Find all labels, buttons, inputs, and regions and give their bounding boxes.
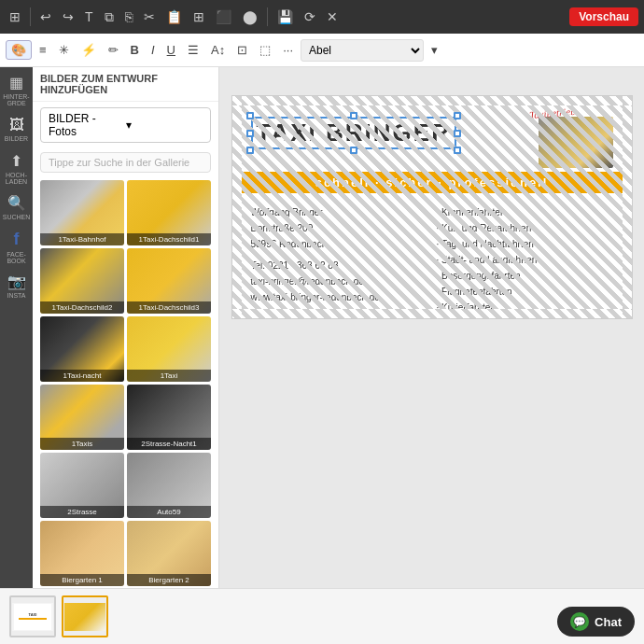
sidebar-item-upload[interactable]: ⬆ HOCH-LADEN <box>3 149 31 187</box>
thumb-1-preview: TAXI <box>12 603 53 631</box>
image-cell-taxi-dach1[interactable]: 1Taxi-Dachschild1 <box>127 180 211 245</box>
image-fit-button[interactable]: ⊡ <box>232 41 252 59</box>
handle-l[interactable] <box>246 130 254 137</box>
image-cell-strasse[interactable]: 2Strasse-Nacht1 <box>127 385 211 450</box>
italic-button[interactable]: I <box>147 41 160 59</box>
image-cell-taxi-bf[interactable]: 1Taxi-Bahnhof <box>40 180 124 245</box>
card-subtitle: schnell · sicher · professionell <box>242 172 623 193</box>
cut-button[interactable]: ✂ <box>140 7 159 26</box>
background-icon: ▦ <box>9 74 23 91</box>
effects-button[interactable]: ✳ <box>54 41 74 59</box>
save-button[interactable]: 💾 <box>273 7 297 26</box>
lightning-button[interactable]: ⚡ <box>77 41 101 59</box>
card-contact: Wolfgang Bringer Dorfstraße 200 50996 Ro… <box>251 204 427 309</box>
handle-r[interactable] <box>454 130 461 137</box>
image-cell-bierg1[interactable]: Biergarten 1 <box>40 521 124 586</box>
handle-br[interactable] <box>454 147 461 154</box>
card-services: KrankenfahrtenKur- und RehafahrtenTag- u… <box>437 204 613 309</box>
sidebar-item-facebook[interactable]: f FACE-BOOK <box>3 228 31 265</box>
align-justify-button[interactable]: ☰ <box>183 41 203 59</box>
image-cell-auto[interactable]: Auto59 <box>127 453 211 518</box>
bottom-bar: TAXI 💬 Chat <box>0 588 644 644</box>
chat-button[interactable]: 💬 Chat <box>557 607 635 637</box>
image-label-taxi-bf: 1Taxi-Bahnhof <box>40 233 124 245</box>
copy-button[interactable]: ⎘ <box>121 7 136 26</box>
image-cell-taxis[interactable]: 1Taxis <box>40 385 124 450</box>
panel-header: BILDER ZUM ENTWURF HINZUFÜGEN <box>33 67 218 102</box>
image-cell-strasse2[interactable]: 2Strasse <box>40 453 124 518</box>
image-cell-taxi1[interactable]: 1Taxi <box>127 316 211 382</box>
image-cell-taxi-dach3[interactable]: 1Taxi-Dachschild3 <box>127 248 211 314</box>
undo-button[interactable]: ↩ <box>36 7 55 26</box>
category-label: BILDER - Fotos <box>49 112 126 138</box>
chevron-down-icon: ▾ <box>126 119 203 132</box>
handle-tl[interactable] <box>246 112 254 119</box>
page-thumb-2[interactable] <box>62 595 108 637</box>
grid-button[interactable]: ⊞ <box>6 7 24 26</box>
contact-street: Dorfstraße 200 <box>251 220 427 236</box>
sidebar-label-upload: HOCH-LADEN <box>6 172 27 185</box>
sidebar-label-search: SUCHEN <box>3 214 31 220</box>
image-label-taxi-dach2: 1Taxi-Dachschild2 <box>40 301 124 314</box>
redo-button[interactable]: ↪ <box>59 7 77 26</box>
upload-icon: ⬆ <box>10 152 22 170</box>
secondary-toolbar: 🎨 ≡ ✳ ⚡ ✏ B I U ☰ A↕ ⊡ ⬚ ··· Abel Arial … <box>0 34 644 67</box>
service-item: Flughafenfahrten <box>437 284 613 300</box>
image-label-strasse2: 2Strasse <box>40 506 124 518</box>
bold-button[interactable]: B <box>126 41 144 59</box>
chat-icon: 💬 <box>570 612 589 631</box>
image-cell-taxi-nacht[interactable]: 1Taxi-nacht <box>40 316 124 382</box>
sidebar-item-instagram[interactable]: 📷 INSTA <box>3 267 31 304</box>
service-item: Krankenfahrten <box>437 204 613 220</box>
separator <box>267 7 268 26</box>
image-cell-bierg2[interactable]: Biergarten 2 <box>127 521 211 586</box>
font-size-button[interactable]: A↕ <box>206 41 230 59</box>
main-area: ▦ HINTER-GRDE 🖼 BILDER ⬆ HOCH-LADEN 🔍 SU… <box>0 67 644 588</box>
sidebar-item-images[interactable]: 🖼 BILDER <box>3 110 31 147</box>
handle-b[interactable] <box>350 147 357 154</box>
card-inner: Taxibetrieb TAXI BRINGER <box>242 105 623 309</box>
close-button[interactable]: ✕ <box>323 7 342 26</box>
service-item: Besorgungsfahrten <box>437 268 613 284</box>
card-subtitle-bar: schnell · sicher · professionell <box>242 172 623 193</box>
handle-bl[interactable] <box>246 147 254 154</box>
gallery-search[interactable]: Tippe zur Suche in der Gallerie <box>40 152 211 173</box>
underline-button[interactable]: U <box>162 41 180 59</box>
font-dropdown-button[interactable]: ▾ <box>427 41 442 59</box>
align-left-button[interactable]: ≡ <box>35 41 51 59</box>
sidebar-label-images: BILDER <box>5 135 28 142</box>
handle-t[interactable] <box>350 112 357 119</box>
top-toolbar: ⊞ ↩ ↪ T ⧉ ⎘ ✂ 📋 ⊞ ⬛ ⬤ 💾 ⟳ ✕ Vorschau <box>0 0 644 34</box>
contact-name: Wolfgang Bringer <box>251 204 427 220</box>
sidebar-label-instagram: INSTA <box>7 292 25 299</box>
service-item: Kur- und Rehafahrten <box>437 220 613 236</box>
image-panel: BILDER ZUM ENTWURF HINZUFÜGEN BILDER - F… <box>33 67 219 588</box>
category-dropdown[interactable]: BILDER - Fotos ▾ <box>40 107 211 143</box>
crop-button[interactable]: ⬚ <box>255 41 275 59</box>
contact-city: 50996 Rodenbach <box>251 236 427 252</box>
paint-tool-button[interactable]: 🎨 <box>6 40 32 60</box>
sidebar-item-background[interactable]: ▦ HINTER-GRDE <box>3 71 31 108</box>
handle-tr[interactable] <box>454 112 461 119</box>
canvas-area: Taxibetrieb TAXI BRINGER <box>219 67 644 588</box>
service-item: Kurierfahrten <box>437 300 613 309</box>
business-card[interactable]: Taxibetrieb TAXI BRINGER <box>231 95 633 319</box>
align-button[interactable]: ⊞ <box>189 7 208 26</box>
text-button[interactable]: T <box>81 7 97 26</box>
paste-button[interactable]: 📋 <box>162 7 186 26</box>
group-button[interactable]: ⬛ <box>212 7 235 26</box>
search-icon: 🔍 <box>7 194 26 212</box>
font-selector[interactable]: Abel Arial Times New Roman <box>301 39 424 62</box>
more-options-button[interactable]: ··· <box>278 41 298 59</box>
card-body: Wolfgang Bringer Dorfstraße 200 50996 Ro… <box>242 199 623 309</box>
sidebar-item-search[interactable]: 🔍 SUCHEN <box>3 189 31 226</box>
preview-button[interactable]: Vorschau <box>569 7 638 26</box>
stack-button[interactable]: ⬤ <box>239 7 261 26</box>
images-icon: 🖼 <box>9 117 24 133</box>
layers-button[interactable]: ⧉ <box>101 7 118 27</box>
image-cell-taxi-dach2[interactable]: 1Taxi-Dachschild2 <box>40 248 124 314</box>
facebook-icon: f <box>14 230 20 249</box>
eraser-button[interactable]: ✏ <box>104 41 123 59</box>
refresh-button[interactable]: ⟳ <box>301 7 319 26</box>
page-thumb-1[interactable]: TAXI <box>9 595 56 637</box>
